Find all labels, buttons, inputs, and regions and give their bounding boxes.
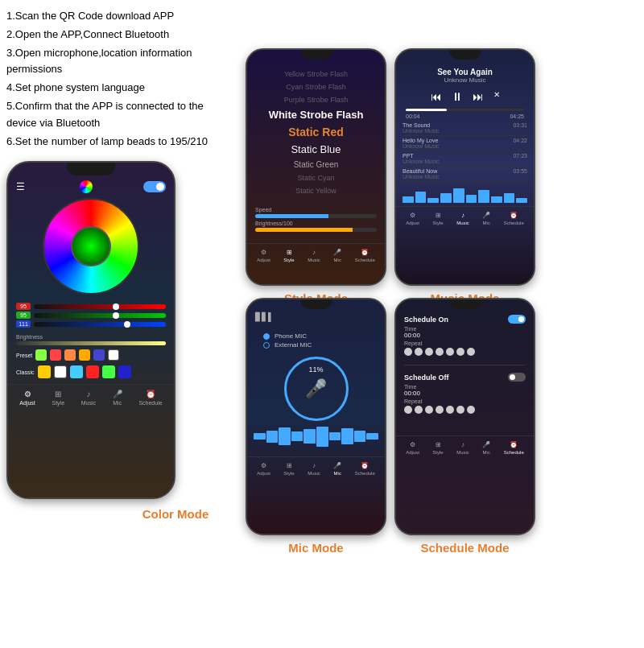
classic-dot-1[interactable] <box>38 365 51 378</box>
repeat-dot-2[interactable] <box>415 348 423 356</box>
color-wheel[interactable] <box>43 198 139 295</box>
style-yellow-strobe[interactable]: Yellow Strobe Flash <box>257 68 375 80</box>
style-nav-music[interactable]: ♪ Music <box>308 249 320 262</box>
repeat-dot-4[interactable] <box>436 348 444 356</box>
preset-dot-6[interactable] <box>108 349 119 361</box>
mic-nav-adjust[interactable]: ⚙ Adjust <box>257 462 270 476</box>
song-1[interactable]: The Sound Unknow Music 03:31 <box>402 121 527 136</box>
music-nav-mic[interactable]: 🎤 Mic <box>482 212 490 225</box>
brightness-slider[interactable] <box>16 341 166 345</box>
mic-nav-music[interactable]: ♪ Music <box>308 462 320 476</box>
nav-adjust[interactable]: ⚙ Adjust <box>19 390 35 406</box>
song-2-artist: Unknow Music <box>402 143 440 149</box>
schedule-on-section: Schedule On Time 00:00 Repeat <box>396 311 534 361</box>
current-time: 00:04 <box>406 114 420 119</box>
preset-dot-3[interactable] <box>64 349 76 361</box>
nav-mic[interactable]: 🎤 Mic <box>113 390 122 406</box>
s-style-label: Style <box>283 258 294 262</box>
red-slider-row: 95 <box>16 303 166 310</box>
style-static-red[interactable]: Static Red <box>257 123 375 141</box>
repeat-dot-off-5[interactable] <box>446 406 454 414</box>
preset-dot-1[interactable] <box>35 349 47 361</box>
s-mic-icon: 🎤 <box>333 249 341 256</box>
nav-style[interactable]: ⊞ Style <box>52 390 65 406</box>
schedule-off-toggle[interactable] <box>508 373 526 382</box>
preset-dot-2[interactable] <box>50 349 61 361</box>
music-nav-music[interactable]: ♪ Music <box>456 212 469 225</box>
repeat-dot-3[interactable] <box>425 348 433 356</box>
schedule-on-toggle[interactable] <box>508 315 526 324</box>
brightness-slider-style[interactable] <box>255 228 377 232</box>
blue-slider[interactable] <box>34 322 166 327</box>
sched-off-time-value[interactable]: 00:00 <box>404 390 526 397</box>
classic-dot-5[interactable] <box>102 365 115 378</box>
phone-mic-radio <box>263 333 270 340</box>
style-static-blue[interactable]: Static Blue <box>257 141 375 158</box>
mic-percent: 11% <box>308 365 323 374</box>
mic-nav-sched[interactable]: ⏰ Schedule <box>355 462 375 476</box>
music-nav-adjust[interactable]: ⚙ Adjust <box>406 212 419 225</box>
style-static-cyan[interactable]: Static Cyan <box>257 171 375 184</box>
repeat-dot-off-1[interactable] <box>404 406 412 414</box>
repeat-dot-off-4[interactable] <box>436 406 444 414</box>
color-picker-icon[interactable] <box>80 180 93 193</box>
mic-nav-style[interactable]: ⊞ Style <box>283 462 294 476</box>
green-slider[interactable] <box>34 313 166 318</box>
repeat-dot-off-7[interactable] <box>467 406 475 414</box>
style-nav-sched[interactable]: ⏰ Schedule <box>355 249 375 262</box>
style-nav-style[interactable]: ⊞ Style <box>283 249 294 262</box>
music-nav-style[interactable]: ⊞ Style <box>432 212 443 225</box>
music-nav-sched[interactable]: ⏰ Schedule <box>504 212 524 225</box>
close-button[interactable]: ✕ <box>493 90 500 103</box>
speed-slider[interactable] <box>255 214 377 218</box>
style-nav-mic[interactable]: 🎤 Mic <box>333 249 341 262</box>
repeat-dot-7[interactable] <box>467 348 475 356</box>
sched-time-value[interactable]: 00:00 <box>404 332 526 339</box>
power-toggle[interactable] <box>143 181 166 192</box>
red-slider[interactable] <box>34 304 166 309</box>
classic-dot-3[interactable] <box>70 365 83 378</box>
sched-nav-style[interactable]: ⊞ Style <box>432 441 443 455</box>
repeat-dot-1[interactable] <box>404 348 412 356</box>
repeat-dot-off-6[interactable] <box>456 406 464 414</box>
menu-icon[interactable]: ☰ <box>16 181 25 192</box>
song-4-duration: 03:55 <box>513 168 527 180</box>
song-3[interactable]: PPT Unknow Music 07:23 <box>402 151 527 167</box>
phone-mic-option[interactable]: Phone MIC <box>263 332 369 340</box>
preset-dot-4[interactable] <box>79 349 90 361</box>
repeat-dot-5[interactable] <box>446 348 454 356</box>
preset-dot-5[interactable] <box>93 349 105 361</box>
progress-bar[interactable] <box>406 109 524 111</box>
brightness-label: Brightness <box>16 334 43 340</box>
style-static-green[interactable]: Static Green <box>257 158 375 171</box>
nav-schedule[interactable]: ⏰ Schedule <box>138 390 162 406</box>
music-nav-label: Music <box>81 400 96 406</box>
next-button[interactable]: ⏭ <box>473 90 484 103</box>
mic-level-indicator: 🎤 11% <box>284 357 349 421</box>
sched-nav-mic[interactable]: 🎤 Mic <box>482 441 490 455</box>
style-white-strobe[interactable]: White Strobe Flash <box>257 106 375 123</box>
classic-dot-4[interactable] <box>86 365 99 378</box>
classic-dot-6[interactable] <box>118 365 131 378</box>
style-nav-adjust[interactable]: ⚙ Adjust <box>257 249 270 262</box>
schedule-mode-label: Schedule Mode <box>420 541 509 555</box>
sched-nav-music[interactable]: ♪ Music <box>456 441 469 455</box>
style-cyan-strobe[interactable]: Cyan Strobe Flash <box>257 80 375 93</box>
repeat-dot-off-2[interactable] <box>415 406 423 414</box>
style-static-yellow[interactable]: Static Yellow <box>257 184 375 197</box>
sched-nav-sched[interactable]: ⏰ Schedule <box>504 441 524 455</box>
style-purple-strobe[interactable]: Purple Strobe Flash <box>257 93 375 106</box>
nav-music[interactable]: ♪ Music <box>81 390 96 406</box>
mic-nav-mic[interactable]: 🎤 Mic <box>333 462 341 476</box>
m-sched-label: Schedule <box>504 221 524 225</box>
sched-nav-adjust[interactable]: ⚙ Adjust <box>406 441 419 455</box>
repeat-dot-off-3[interactable] <box>425 406 433 414</box>
prev-button[interactable]: ⏮ <box>431 90 442 103</box>
sched-repeat-label: Repeat <box>404 341 526 346</box>
play-pause-button[interactable]: ⏸ <box>452 90 463 103</box>
classic-dot-2[interactable] <box>54 365 67 378</box>
external-mic-option[interactable]: External MIC <box>263 341 369 349</box>
song-2[interactable]: Hello My Love Unknow Music 04:22 <box>402 136 527 151</box>
song-4[interactable]: Beautiful Now Unknow Music 03:55 <box>402 167 527 182</box>
repeat-dot-6[interactable] <box>456 348 464 356</box>
